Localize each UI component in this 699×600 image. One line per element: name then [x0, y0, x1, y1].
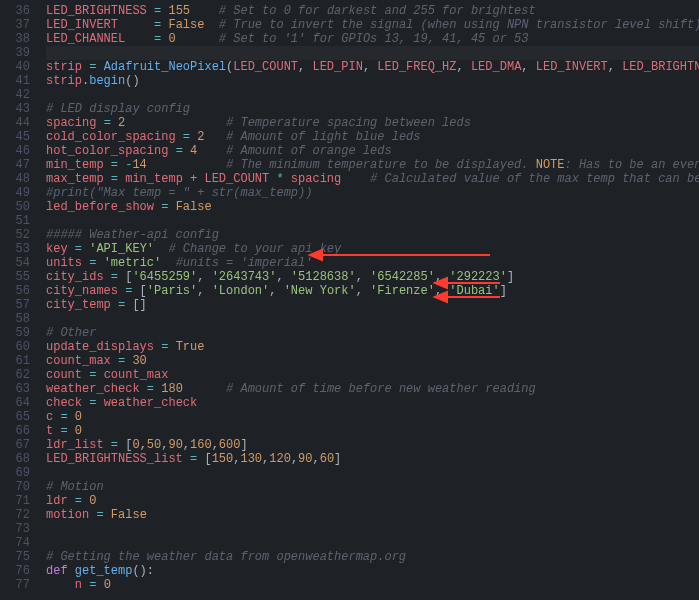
line-number: 69: [0, 466, 38, 480]
line-number: 76: [0, 564, 38, 578]
code-line[interactable]: LED_BRIGHTNESS_list = [150,130,120,90,60…: [46, 452, 699, 466]
code-line[interactable]: # Other: [46, 326, 699, 340]
code-line[interactable]: key = 'API_KEY' # Change to your api key: [46, 242, 699, 256]
code-line[interactable]: LED_CHANNEL = 0 # Set to '1' for GPIOs 1…: [46, 32, 699, 46]
token: hot_color_spacing: [46, 144, 168, 158]
line-number: 42: [0, 88, 38, 102]
token: #units = 'imperial': [176, 256, 313, 270]
token: [104, 270, 111, 284]
token: [168, 340, 175, 354]
code-line[interactable]: n = 0: [46, 578, 699, 592]
token: [168, 200, 175, 214]
code-line[interactable]: def get_temp():: [46, 564, 699, 578]
token: [168, 144, 175, 158]
token: [204, 130, 226, 144]
line-number: 57: [0, 298, 38, 312]
code-line[interactable]: led_before_show = False: [46, 200, 699, 214]
line-number: 43: [0, 102, 38, 116]
token: 0: [75, 410, 82, 424]
token: ,: [269, 284, 283, 298]
token: [183, 172, 190, 186]
token: # The minimum temperature to be displaye…: [226, 158, 536, 172]
code-line[interactable]: [46, 88, 699, 102]
token: [96, 60, 103, 74]
code-line[interactable]: min_temp = -14 # The minimum temperature…: [46, 158, 699, 172]
code-line[interactable]: # Motion: [46, 480, 699, 494]
token: spacing: [46, 116, 96, 130]
token: Adafruit_NeoPixel: [104, 60, 226, 74]
token: update_displays: [46, 340, 154, 354]
token: [96, 578, 103, 592]
token: ]: [240, 438, 247, 452]
code-line[interactable]: c = 0: [46, 410, 699, 424]
code-line[interactable]: motion = False: [46, 508, 699, 522]
code-line[interactable]: # LED display config: [46, 102, 699, 116]
token: 155: [168, 4, 190, 18]
token: ,: [276, 270, 290, 284]
code-line[interactable]: count = count_max: [46, 368, 699, 382]
token: # Amount of light blue leds: [226, 130, 420, 144]
code-line[interactable]: weather_check = 180 # Amount of time bef…: [46, 382, 699, 396]
token: 'Paris': [147, 284, 197, 298]
code-area[interactable]: LED_BRIGHTNESS = 155 # Set to 0 for dark…: [46, 0, 699, 592]
code-line[interactable]: [46, 214, 699, 228]
token: def: [46, 564, 68, 578]
token: [68, 242, 75, 256]
line-number: 65: [0, 410, 38, 424]
code-editor[interactable]: 3637383940414243444546474849505152535455…: [0, 0, 699, 600]
line-number: 68: [0, 452, 38, 466]
code-line[interactable]: city_names = ['Paris', 'London', 'New Yo…: [46, 284, 699, 298]
token: weather_check: [46, 382, 140, 396]
token: 0: [75, 424, 82, 438]
token: LED_INVERT: [46, 18, 118, 32]
token: LED_BRIGHTNESS: [622, 60, 699, 74]
token: [118, 18, 154, 32]
code-line[interactable]: [46, 466, 699, 480]
code-line[interactable]: city_temp = []: [46, 298, 699, 312]
code-line[interactable]: ldr_list = [0,50,90,160,600]: [46, 438, 699, 452]
token: '6542285': [370, 270, 435, 284]
token: #print("Max temp = " + str(max_temp)): [46, 186, 312, 200]
code-line[interactable]: cold_color_spacing = 2 # Amount of light…: [46, 130, 699, 144]
token: count: [46, 368, 82, 382]
code-line[interactable]: LED_INVERT = False # True to invert the …: [46, 18, 699, 32]
code-line[interactable]: [46, 522, 699, 536]
token: 90: [168, 438, 182, 452]
code-line[interactable]: t = 0: [46, 424, 699, 438]
token: ():: [132, 564, 154, 578]
token: 160: [190, 438, 212, 452]
code-line[interactable]: check = weather_check: [46, 396, 699, 410]
token: [104, 158, 111, 172]
token: [284, 172, 291, 186]
code-line[interactable]: city_ids = ['6455259', '2643743', '51286…: [46, 270, 699, 284]
code-line[interactable]: spacing = 2 # Temperature spacing betwee…: [46, 116, 699, 130]
token: ,: [521, 60, 535, 74]
code-line[interactable]: max_temp = min_temp + LED_COUNT * spacin…: [46, 172, 699, 186]
code-line[interactable]: [46, 46, 699, 60]
token: LED_COUNT: [233, 60, 298, 74]
code-line[interactable]: update_displays = True: [46, 340, 699, 354]
token: [140, 382, 147, 396]
token: 120: [269, 452, 291, 466]
code-line[interactable]: [46, 312, 699, 326]
code-line[interactable]: count_max = 30: [46, 354, 699, 368]
line-number: 56: [0, 284, 38, 298]
code-line[interactable]: LED_BRIGHTNESS = 155 # Set to 0 for dark…: [46, 4, 699, 18]
token: LED_CHANNEL: [46, 32, 125, 46]
code-line[interactable]: # Getting the weather data from openweat…: [46, 550, 699, 564]
code-line[interactable]: units = 'metric' #units = 'imperial': [46, 256, 699, 270]
code-line[interactable]: ##### Weather-api config: [46, 228, 699, 242]
code-line[interactable]: hot_color_spacing = 4 # Amount of orange…: [46, 144, 699, 158]
token: ldr: [46, 494, 68, 508]
token: [125, 116, 226, 130]
token: min_temp: [46, 158, 104, 172]
code-line[interactable]: ldr = 0: [46, 494, 699, 508]
token: '6455259': [132, 270, 197, 284]
code-line[interactable]: strip = Adafruit_NeoPixel(LED_COUNT, LED…: [46, 60, 699, 74]
token: [341, 172, 370, 186]
code-line[interactable]: #print("Max temp = " + str(max_temp)): [46, 186, 699, 200]
token: 30: [132, 354, 146, 368]
code-line[interactable]: [46, 536, 699, 550]
line-number: 55: [0, 270, 38, 284]
code-line[interactable]: strip.begin(): [46, 74, 699, 88]
